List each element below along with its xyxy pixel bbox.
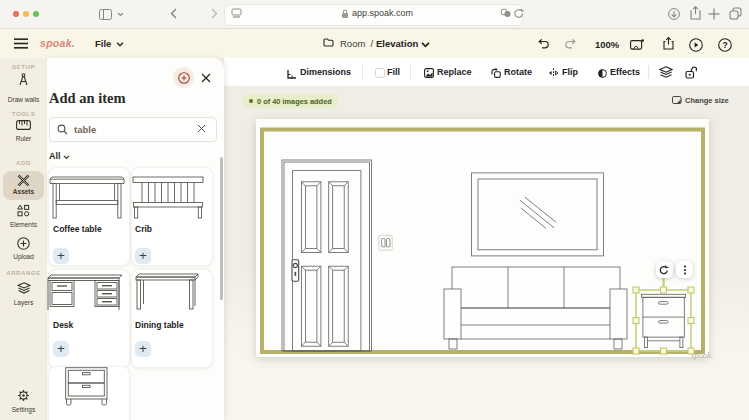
svg-text:?: ? — [722, 40, 727, 50]
